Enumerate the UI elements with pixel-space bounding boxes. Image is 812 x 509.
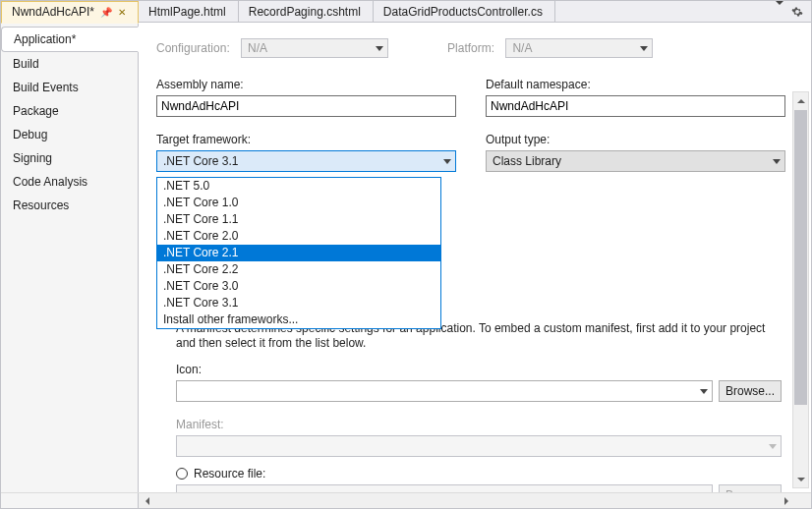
tab-recordpaging[interactable]: RecordPaging.cshtml [239,1,374,23]
framework-option[interactable]: .NET Core 1.1 [157,211,440,228]
tab-label: RecordPaging.cshtml [249,5,361,19]
chevron-down-icon [769,444,777,449]
tab-label: HtmlPage.html [148,5,226,19]
scroll-left-icon[interactable] [139,497,155,505]
manifest-select [176,435,782,457]
output-type-select[interactable]: Class Library [486,150,785,172]
browse-resource-button: Browse... [719,484,782,492]
sidebar-label: Build Events [13,81,79,94]
configuration-select: N/A [241,38,388,58]
assembly-name-input[interactable] [156,95,456,117]
framework-option[interactable]: .NET Core 2.2 [157,261,440,278]
project-properties-sidebar: Application* Build Build Events Package … [1,23,139,492]
sidebar-label: Debug [13,128,47,141]
sidebar-label: Package [13,104,59,118]
vertical-scrollbar[interactable] [792,91,809,488]
tab-active[interactable]: NwndAdHcAPI* 📌 ✕ [1,1,139,24]
resource-file-radio[interactable] [176,468,188,480]
platform-select: N/A [505,38,653,58]
gear-icon[interactable] [791,6,803,18]
framework-option[interactable]: .NET Core 2.1 [157,245,440,261]
sidebar-label: Code Analysis [13,175,87,189]
sidebar-item-signing[interactable]: Signing [1,146,138,170]
resource-file-label: Resource file: [194,467,265,481]
sidebar-label: Signing [13,151,52,165]
browse-icon-button[interactable]: Browse... [719,380,782,402]
document-tabstrip: NwndAdHcAPI* 📌 ✕ HtmlPage.html RecordPag… [1,1,811,23]
scroll-up-icon[interactable] [793,92,808,109]
tab-label: DataGridProductsController.cs [383,5,543,19]
scroll-down-icon[interactable] [793,471,808,487]
scrollbar-thumb[interactable] [794,110,807,405]
sidebar-label: Build [13,57,39,71]
assembly-name-label: Assembly name: [156,78,456,91]
framework-option[interactable]: .NET Core 3.1 [157,295,440,311]
chevron-down-icon [700,389,708,394]
platform-label: Platform: [447,41,494,55]
application-settings-panel: Configuration: N/A Platform: N/A Assembl… [139,23,811,492]
resource-file-input [176,484,713,492]
chevron-down-icon [376,46,383,51]
icon-label: Icon: [176,363,782,376]
horizontal-scrollbar[interactable] [1,492,811,509]
sidebar-item-code-analysis[interactable]: Code Analysis [1,170,138,194]
sidebar-label: Resources [13,198,69,212]
target-framework-value: .NET Core 3.1 [163,154,238,168]
chevron-down-icon [443,159,451,164]
framework-option[interactable]: .NET Core 2.0 [157,228,440,245]
sidebar-item-build-events[interactable]: Build Events [1,76,138,99]
manifest-label: Manifest: [176,418,782,431]
framework-option[interactable]: .NET Core 1.0 [157,195,440,211]
overflow-dropdown-icon[interactable] [776,5,783,19]
target-framework-select[interactable]: .NET Core 3.1 [156,150,456,172]
sidebar-item-resources[interactable]: Resources [1,194,138,217]
chevron-down-icon [773,159,781,164]
close-icon[interactable]: ✕ [118,7,126,18]
chevron-down-icon [640,46,648,51]
tab-htmlpage[interactable]: HtmlPage.html [139,1,239,23]
framework-option[interactable]: .NET 5.0 [157,178,440,195]
sidebar-item-application[interactable]: Application* [1,27,139,52]
framework-option-install[interactable]: Install other frameworks... [157,311,440,328]
pin-icon[interactable]: 📌 [100,7,112,18]
sidebar-item-debug[interactable]: Debug [1,123,138,146]
output-type-label: Output type: [486,133,785,146]
sidebar-item-package[interactable]: Package [1,99,138,123]
scroll-right-icon[interactable] [778,497,794,505]
configuration-label: Configuration: [156,41,230,55]
default-namespace-input[interactable] [486,95,785,117]
tab-datagridcontroller[interactable]: DataGridProductsController.cs [374,1,555,23]
target-framework-dropdown: .NET 5.0 .NET Core 1.0 .NET Core 1.1 .NE… [156,177,441,329]
target-framework-label: Target framework: [156,133,456,146]
framework-option[interactable]: .NET Core 3.0 [157,278,440,295]
configuration-value: N/A [248,41,267,55]
sidebar-item-build[interactable]: Build [1,52,138,76]
output-type-value: Class Library [493,154,561,168]
tab-label: NwndAdHcAPI* [12,5,94,19]
icon-select[interactable] [176,380,713,402]
platform-value: N/A [512,41,532,55]
sidebar-label: Application* [14,32,76,46]
default-namespace-label: Default namespace: [486,78,785,91]
